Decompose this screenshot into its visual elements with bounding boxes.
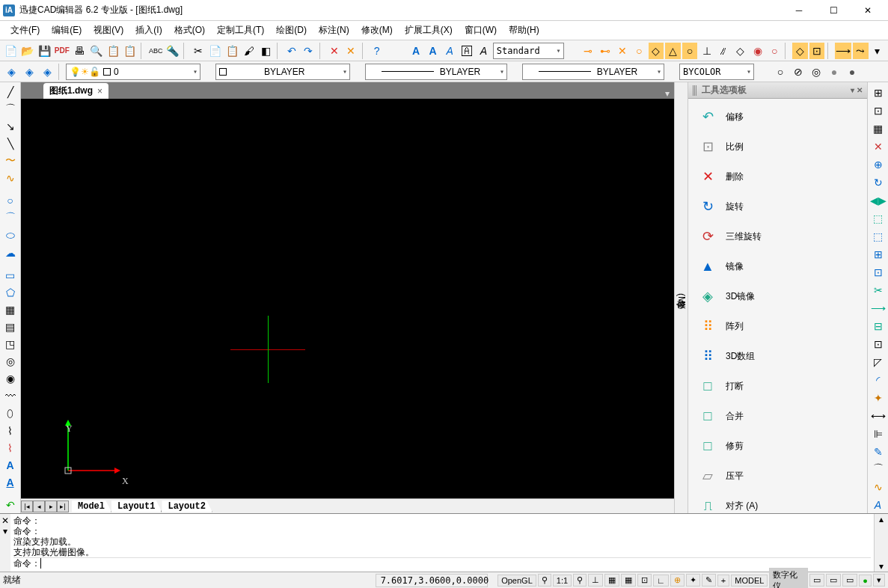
redo-icon[interactable]: ↷ — [301, 43, 316, 59]
arc-edit-icon[interactable]: ⌒ — [870, 462, 887, 477]
status-coords[interactable]: 7.6017,3.0600,0.0000 — [376, 574, 488, 587]
tool-palette-header[interactable]: 工具选项板 ▾ ✕ — [688, 82, 867, 99]
plotstyle-combo[interactable]: BYCOLOR — [679, 64, 754, 80]
oops-icon[interactable]: ✕ — [343, 43, 359, 59]
close-button[interactable]: ✕ — [851, 0, 885, 21]
menu-file[interactable]: 文件(F) — [4, 22, 46, 39]
scale-icon[interactable]: ⬚ — [870, 211, 887, 227]
layout-first-icon[interactable]: |◂ — [21, 500, 33, 512]
color-combo[interactable]: BYLAYER — [215, 64, 350, 80]
palette-item-5[interactable]: ▲镜像 — [691, 251, 864, 281]
text-style-icon[interactable]: A — [476, 43, 492, 59]
menu-view[interactable]: 视图(V) — [88, 22, 129, 39]
snap-quad-icon[interactable]: △ — [665, 43, 681, 59]
pdf-icon[interactable]: PDF — [54, 43, 70, 59]
spline-icon[interactable]: ∿ — [2, 170, 19, 186]
layer-manager-icon[interactable]: ◈ — [3, 64, 19, 80]
ellipse-icon[interactable]: ⬭ — [2, 227, 19, 243]
text-edit-icon[interactable]: 🄰 — [459, 43, 475, 59]
undo2-icon[interactable]: ↶ — [2, 497, 19, 513]
layer-states-icon[interactable]: ◈ — [21, 64, 37, 80]
menu-edit[interactable]: 编辑(E) — [46, 22, 88, 39]
snap-tan-icon[interactable]: ○ — [682, 43, 698, 59]
text-edit-icon[interactable]: A — [870, 497, 887, 513]
mtext-icon[interactable]: A — [2, 474, 19, 490]
array-icon[interactable]: ⊞ — [870, 247, 887, 263]
text-a3-icon[interactable]: A — [442, 43, 458, 59]
palette-item-3[interactable]: ↻旋转 — [691, 192, 864, 221]
3dpoly-icon[interactable]: ⌇ — [2, 423, 19, 438]
boundary-icon[interactable]: ▤ — [2, 319, 19, 335]
block-icon[interactable]: ⊞ — [870, 85, 887, 101]
textstyle-combo[interactable]: Standard — [493, 43, 564, 59]
menu-draw[interactable]: 绘图(D) — [270, 22, 313, 39]
solid-icon[interactable]: ⬯ — [2, 405, 19, 421]
osnap-settings-icon[interactable]: ⊡ — [809, 43, 825, 59]
layout-tab-1[interactable]: Layout1 — [111, 500, 162, 512]
helix-icon[interactable]: ⌇ — [2, 440, 19, 456]
palette-item-9[interactable]: □打断 — [691, 371, 864, 401]
status-grid-icon[interactable]: ⚲ — [573, 574, 587, 587]
chamfer-icon[interactable]: ◸ — [870, 354, 887, 370]
move-icon[interactable]: ⊕ — [870, 157, 887, 173]
rotate-icon[interactable]: ↻ — [870, 175, 887, 191]
drawing-canvas[interactable]: Y X — [21, 99, 674, 498]
cmd-collapse-bar[interactable]: ✕▾ — [0, 514, 10, 572]
snap-none-icon[interactable]: ◇ — [792, 43, 808, 59]
snap-from-icon[interactable]: ⤳ — [853, 43, 869, 59]
sphere-icon[interactable]: ● — [826, 64, 842, 80]
palette-item-4[interactable]: ⟳三维旋转 — [691, 221, 864, 251]
lengthen-icon[interactable]: ⟷ — [870, 408, 887, 423]
menu-extend[interactable]: 扩展工具(X) — [399, 22, 459, 39]
arc2-icon[interactable]: ⌒ — [2, 210, 19, 226]
circle-icon[interactable]: ○ — [2, 193, 19, 209]
paste-icon[interactable]: 📋 — [224, 43, 240, 59]
align-icon[interactable]: ⊫ — [870, 426, 887, 441]
status-sc-icon[interactable]: ✎ — [702, 574, 716, 587]
edit-icon[interactable]: ✎ — [870, 444, 887, 459]
solid-sphere-icon[interactable]: ● — [844, 64, 860, 80]
eraser-icon[interactable]: ◧ — [258, 43, 274, 59]
undo-icon[interactable]: ↶ — [284, 43, 300, 59]
palette-item-1[interactable]: ⊡比例 — [691, 132, 864, 162]
status-plus-icon[interactable]: + — [717, 575, 729, 587]
palette-item-11[interactable]: □修剪 — [691, 431, 864, 461]
maximize-button[interactable]: ☐ — [816, 0, 851, 21]
tab-dropdown-icon[interactable]: ▾ — [661, 88, 674, 99]
insert-icon[interactable]: ⊡ — [870, 103, 887, 119]
status-qp-icon[interactable]: ✦ — [686, 574, 700, 587]
text-a2-icon[interactable]: A — [425, 43, 441, 59]
pline-icon[interactable]: 〜 — [2, 153, 19, 168]
properties-icon[interactable]: 📋 — [123, 43, 138, 59]
mirror-icon[interactable]: ◀▶ — [870, 193, 887, 209]
palette-item-8[interactable]: ⠿3D数组 — [691, 341, 864, 371]
rectangle-icon[interactable]: ▭ — [2, 268, 19, 284]
print-icon[interactable]: 🖶 — [72, 43, 88, 59]
status-snap-icon[interactable]: ⚲ — [538, 574, 551, 587]
minimize-button[interactable]: ─ — [782, 0, 816, 21]
close-tab-icon[interactable]: × — [97, 86, 102, 97]
snap-near-icon[interactable]: ◉ — [750, 43, 765, 59]
status-osnap-icon[interactable]: ▦ — [621, 574, 636, 587]
cut-icon[interactable]: ✂ — [191, 43, 206, 59]
status-model[interactable]: MODEL — [731, 575, 768, 587]
layout-tab-model[interactable]: Model — [72, 500, 111, 512]
offset-icon[interactable]: ⊡ — [870, 265, 887, 281]
snap-end-icon[interactable]: ⊸ — [581, 43, 596, 59]
join-icon[interactable]: ⊡ — [870, 336, 887, 352]
region-icon[interactable]: ◳ — [2, 337, 19, 352]
text-a-icon[interactable]: A — [408, 43, 424, 59]
palette-item-13[interactable]: ⎍对齐 (A) — [691, 491, 864, 513]
snap-app-icon[interactable]: ○ — [767, 43, 783, 59]
status-otrack-icon[interactable]: ⊡ — [637, 574, 652, 587]
layer-combo[interactable]: 💡 ☀ 🔓 0 — [66, 64, 200, 80]
menu-customtools[interactable]: 定制工具(T) — [211, 22, 270, 39]
lineweight-combo[interactable]: BYLAYER — [522, 64, 664, 80]
layout-last-icon[interactable]: ▸| — [57, 500, 69, 512]
xline-icon[interactable]: ↘ — [2, 118, 19, 134]
palette-item-0[interactable]: ↶偏移 — [691, 102, 864, 132]
trace-icon[interactable]: 〰 — [2, 388, 19, 404]
snap-perp-icon[interactable]: ⊥ — [699, 43, 714, 59]
palette-item-7[interactable]: ⠿阵列 — [691, 311, 864, 341]
line-icon[interactable]: ╱ — [2, 84, 19, 99]
